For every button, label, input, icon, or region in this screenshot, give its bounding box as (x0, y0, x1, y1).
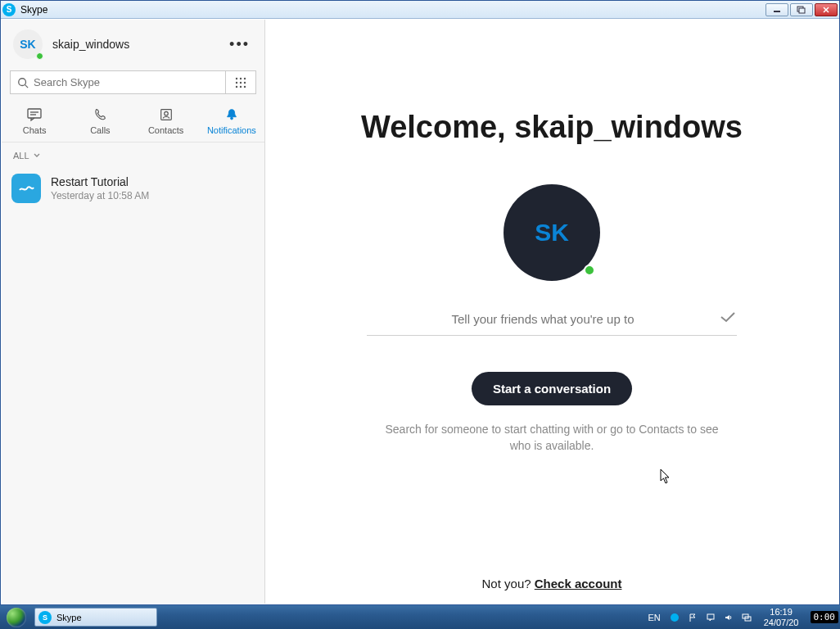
tab-label: Contacts (148, 125, 183, 135)
tab-label: Notifications (207, 125, 256, 135)
svg-point-15 (244, 85, 246, 87)
search-input[interactable] (34, 76, 219, 88)
svg-point-7 (236, 77, 237, 79)
svg-rect-16 (28, 109, 41, 118)
list-item-title: Restart Tutorial (51, 175, 149, 188)
dialpad-button[interactable] (225, 70, 256, 94)
avatar-initials: SK (535, 219, 569, 247)
tab-label: Calls (90, 125, 110, 135)
checkmark-icon[interactable] (719, 310, 737, 327)
tray-network-icon[interactable] (741, 612, 752, 623)
clock-time: 16:19 (764, 607, 799, 617)
tray-volume-icon[interactable] (723, 612, 734, 623)
svg-point-11 (240, 81, 242, 83)
tray-skype-icon[interactable] (669, 612, 680, 623)
taskbar-item-skype[interactable]: S Skype (34, 608, 157, 627)
notification-list: Restart Tutorial Yesterday at 10:58 AM (2, 165, 264, 604)
profile-avatar[interactable]: SK (13, 29, 43, 59)
taskbar-clock[interactable]: 16:19 24/07/20 (759, 607, 804, 627)
tab-chats[interactable]: Chats (2, 102, 67, 142)
tabbar: Chats Calls Contacts Notifications (2, 102, 264, 143)
main-avatar[interactable]: SK (504, 184, 600, 281)
start-conversation-button[interactable]: Start a conversation (472, 372, 632, 405)
minimize-button[interactable] (765, 3, 788, 16)
main-panel: Welcome, skaip_windows SK Start a conver… (265, 20, 838, 604)
check-account-link[interactable]: Check account (535, 577, 622, 591)
profile-name: skaip_windows (52, 38, 129, 51)
maximize-button[interactable] (790, 3, 813, 16)
svg-point-13 (236, 85, 237, 87)
svg-point-5 (19, 78, 26, 85)
phone-icon (92, 107, 108, 122)
close-button[interactable] (815, 3, 838, 16)
chat-icon (26, 107, 43, 122)
status-row[interactable] (367, 310, 737, 336)
profile-row[interactable]: SK skaip_windows ••• (2, 20, 264, 67)
hint-text: Search for someone to start chatting wit… (380, 422, 724, 454)
search-icon (17, 77, 29, 88)
window-title: Skype (20, 4, 47, 16)
skype-icon: S (38, 611, 52, 624)
svg-point-8 (240, 77, 242, 79)
presence-dot-icon (36, 52, 43, 60)
tab-calls[interactable]: Calls (67, 102, 133, 142)
windows-orb-icon (7, 608, 26, 627)
tray-flag-icon[interactable] (687, 612, 698, 623)
bell-icon (224, 107, 240, 122)
svg-rect-0 (774, 11, 780, 12)
clock-date: 24/07/20 (764, 618, 799, 627)
tab-contacts[interactable]: Contacts (133, 102, 199, 142)
svg-point-20 (164, 111, 168, 115)
taskbar-item-label: Skype (56, 613, 82, 622)
tab-notifications[interactable]: Notifications (199, 102, 264, 142)
language-indicator[interactable]: EN (648, 613, 660, 622)
start-button[interactable] (0, 605, 33, 629)
profile-initials: SK (20, 38, 35, 51)
svg-line-6 (25, 84, 29, 88)
svg-rect-23 (707, 614, 714, 619)
tutorial-icon (11, 174, 41, 203)
chevron-down-icon (33, 152, 41, 159)
welcome-heading: Welcome, skaip_windows (361, 110, 743, 145)
not-you-label: Not you? (482, 577, 535, 591)
presence-dot-icon (584, 265, 595, 276)
svg-rect-2 (799, 8, 805, 13)
svg-rect-19 (160, 110, 171, 120)
status-input[interactable] (367, 312, 719, 326)
sidebar: SK skaip_windows ••• Chats (2, 20, 265, 604)
system-tray: EN 16:19 24/07/20 0:00 (648, 607, 840, 627)
svg-point-10 (236, 81, 237, 83)
filter-label: ALL (13, 151, 29, 161)
app-window: S Skype SK skaip_windows ••• (0, 0, 840, 605)
taskbar[interactable]: S Skype EN 16:19 24/07/20 0:00 (0, 605, 840, 629)
svg-point-14 (240, 85, 242, 87)
skype-icon: S (2, 3, 16, 16)
list-item-subtitle: Yesterday at 10:58 AM (51, 190, 149, 201)
svg-point-21 (230, 117, 233, 120)
tab-label: Chats (23, 125, 47, 135)
svg-point-12 (244, 81, 246, 83)
not-you-row: Not you? Check account (482, 577, 622, 591)
svg-point-22 (671, 613, 679, 622)
dialpad-icon (235, 77, 246, 88)
contacts-icon (158, 107, 174, 122)
tray-action-center-icon[interactable] (705, 612, 716, 623)
search-box[interactable] (10, 70, 225, 94)
more-menu-button[interactable]: ••• (226, 33, 253, 57)
recording-timer: 0:00 (811, 611, 839, 623)
svg-point-9 (244, 77, 246, 79)
list-item[interactable]: Restart Tutorial Yesterday at 10:58 AM (2, 165, 264, 211)
filter-dropdown[interactable]: ALL (2, 143, 264, 165)
cursor-icon (660, 468, 671, 485)
titlebar[interactable]: S Skype (1, 1, 839, 19)
